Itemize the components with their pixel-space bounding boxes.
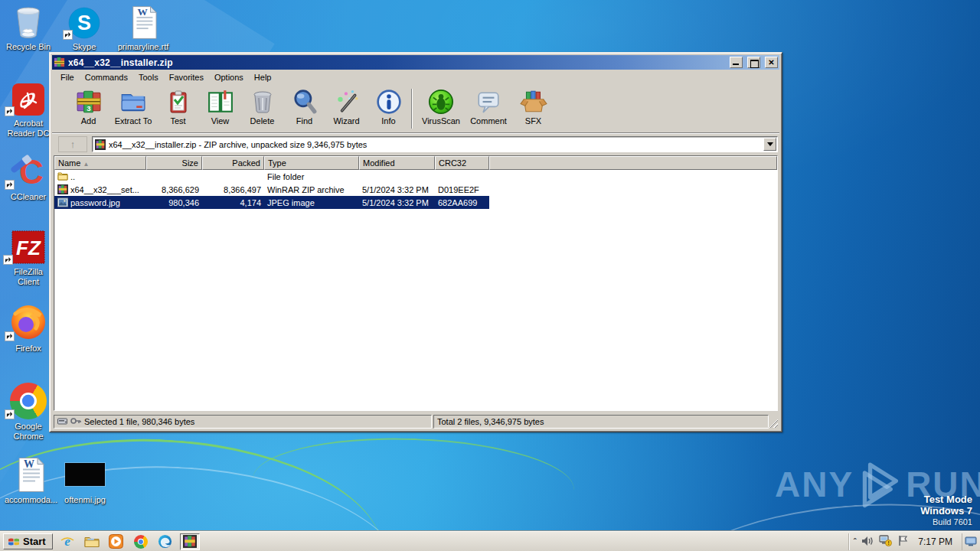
desktop-icon-label: FileZilla Client xyxy=(3,267,54,287)
speaker-icon[interactable] xyxy=(861,536,874,548)
title-bar[interactable]: x64__x32__installer.zip xyxy=(52,55,779,70)
toolbar-label: Test xyxy=(170,116,185,126)
desktop-icon-label: primaryline.rtf xyxy=(113,42,173,52)
internet-explorer-icon[interactable]: e xyxy=(57,533,77,550)
info-button[interactable]: Info xyxy=(368,86,410,126)
toolbar-label: Find xyxy=(296,116,312,126)
close-button[interactable] xyxy=(765,57,778,68)
word-document-icon: W xyxy=(5,456,55,493)
desktop-icon-skype[interactable]: S Skype xyxy=(63,5,106,52)
toolbar-label: View xyxy=(211,116,230,126)
extract-to-button[interactable]: Extract To xyxy=(109,86,157,126)
chevron-up-icon[interactable]: ˆ xyxy=(854,536,857,546)
toolbar-label: Delete xyxy=(250,116,275,126)
add-button[interactable]: 3 Add xyxy=(67,86,109,126)
book-view-icon xyxy=(207,88,234,116)
filezilla-icon: FZ xyxy=(3,227,54,265)
drive-icon[interactable] xyxy=(57,417,67,426)
table-row-parent-dir[interactable]: .. File folder xyxy=(54,170,777,183)
winrar-icon xyxy=(54,57,65,68)
delete-button[interactable]: Delete xyxy=(241,86,283,126)
menu-help[interactable]: Help xyxy=(249,71,277,83)
address-combobox[interactable]: x64__x32__installer.zip - ZIP archive, u… xyxy=(92,136,778,152)
desktop-icon-label: Recycle Bin xyxy=(5,42,52,52)
explorer-folder-icon[interactable] xyxy=(82,533,102,550)
anyrun-watermark: ANY RUN Test Mode Windows 7 Build 7601 xyxy=(775,458,974,528)
status-selected-text: Selected 1 file, 980,346 bytes xyxy=(84,417,194,426)
view-button[interactable]: View xyxy=(199,86,241,126)
menu-tools[interactable]: Tools xyxy=(133,71,164,83)
maximize-button[interactable] xyxy=(747,57,760,68)
toolbar-label: VirusScan xyxy=(422,116,460,126)
file-list: Name ▲ Size Packed Type Modified CRC32 .… xyxy=(54,155,778,411)
chrome-icon[interactable] xyxy=(131,533,151,550)
desktop-icon-label: Google Chrome xyxy=(5,422,52,442)
shortcut-arrow-icon xyxy=(3,255,13,265)
toolbar-label: Info xyxy=(381,116,395,126)
find-button[interactable]: Find xyxy=(283,86,325,126)
column-header-size[interactable]: Size xyxy=(146,156,202,170)
svg-text:W: W xyxy=(137,6,148,18)
ccleaner-icon: C xyxy=(5,152,52,190)
desktop-icon-chrome[interactable]: Google Chrome xyxy=(5,378,52,442)
media-player-icon[interactable] xyxy=(106,533,126,550)
virus-scan-button[interactable]: VirusScan xyxy=(417,86,465,126)
desktop-icon-filezilla[interactable]: FZ FileZilla Client xyxy=(3,227,54,287)
menu-options[interactable]: Options xyxy=(209,71,249,83)
column-header-type[interactable]: Type xyxy=(264,156,359,170)
sfx-button[interactable]: SFX xyxy=(512,86,554,126)
taskbar-clock[interactable]: 7:17 PM xyxy=(913,536,957,547)
shortcut-arrow-icon xyxy=(5,180,15,190)
svg-text:W: W xyxy=(24,458,34,470)
desktop-icon-label: accommoda... xyxy=(5,495,55,505)
wand-wizard-icon xyxy=(334,88,360,116)
menu-favorites[interactable]: Favorites xyxy=(164,71,209,83)
edge-icon[interactable] xyxy=(155,533,175,550)
key-icon[interactable] xyxy=(70,417,81,426)
winrar-archive-icon xyxy=(57,184,68,194)
table-row-password-jpg[interactable]: password.jpg 980,346 4,174 JPEG image 5/… xyxy=(54,196,777,209)
status-left-panel: Selected 1 file, 980,346 bytes xyxy=(54,415,432,429)
desktop-icon-acrobat[interactable]: Acrobat Reader DC xyxy=(5,80,52,139)
network-warning-icon[interactable]: ! xyxy=(879,535,892,548)
status-total-text: Total 2 files, 9,346,975 bytes xyxy=(437,417,544,426)
table-row-zip-archive[interactable]: x64__x32___set... 8,366,629 8,366,497 Wi… xyxy=(54,183,777,196)
action-center-flag-icon[interactable] xyxy=(897,535,908,548)
desktop-icon-accommoda[interactable]: W accommoda... xyxy=(5,456,55,505)
file-type: JPEG image xyxy=(264,198,359,207)
firefox-icon xyxy=(5,300,52,341)
shortcut-arrow-icon xyxy=(5,409,15,419)
desktop-icon-primaryline[interactable]: W primaryline.rtf xyxy=(113,5,173,52)
file-type: WinRAR ZIP archive xyxy=(264,185,359,194)
system-tray: ˆ ! 7:17 PM xyxy=(848,533,962,550)
menu-commands[interactable]: Commands xyxy=(80,71,133,83)
desktop-icon-recycle-bin[interactable]: Recycle Bin xyxy=(5,5,52,52)
toolbar-label: SFX xyxy=(525,116,541,126)
file-packed: 4,174 xyxy=(202,198,264,207)
show-desktop-button[interactable] xyxy=(962,533,978,550)
column-header-packed[interactable]: Packed xyxy=(202,156,264,170)
column-header-name[interactable]: Name ▲ xyxy=(54,156,146,170)
test-button[interactable]: Test xyxy=(157,86,199,126)
file-modified: 5/1/2024 3:32 PM xyxy=(359,185,435,194)
toolbar-label: Extract To xyxy=(115,116,152,126)
resize-grip[interactable] xyxy=(768,418,778,428)
desktop-icon-oftenmi[interactable]: oftenmi.jpg xyxy=(60,456,110,505)
combobox-dropdown-icon[interactable] xyxy=(763,138,776,151)
address-text: x64__x32__installer.zip - ZIP archive, u… xyxy=(109,140,760,149)
menu-file[interactable]: File xyxy=(55,71,80,83)
start-button[interactable]: Start xyxy=(3,533,53,549)
minimize-button[interactable] xyxy=(730,57,743,68)
column-header-modified[interactable]: Modified xyxy=(359,156,435,170)
watermark-os: Windows 7 xyxy=(920,505,972,517)
winrar-taskbar-button[interactable] xyxy=(180,533,200,550)
comment-button[interactable]: Comment xyxy=(465,86,512,126)
desktop-icon-firefox[interactable]: Firefox xyxy=(5,300,52,354)
up-one-level-button[interactable] xyxy=(58,136,87,152)
desktop-icon-ccleaner[interactable]: C CCleaner xyxy=(5,152,52,202)
trash-delete-icon xyxy=(250,88,275,116)
anyrun-logo-any: ANY xyxy=(775,464,854,505)
column-header-crc32[interactable]: CRC32 xyxy=(435,156,489,170)
svg-text:!: ! xyxy=(888,540,890,546)
wizard-button[interactable]: Wizard xyxy=(325,86,368,126)
